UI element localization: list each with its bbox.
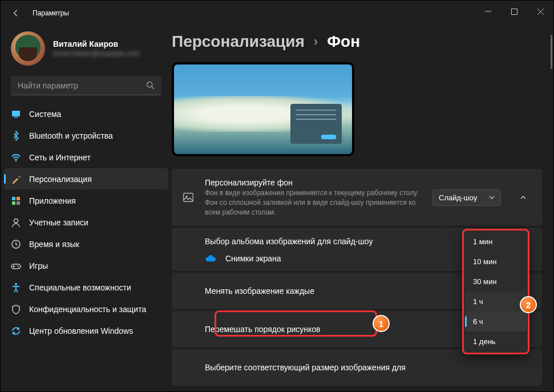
breadcrumb: Персонализация › Фон [172,33,542,51]
personalize-background-row[interactable]: Персонализируйте фон Фон в виде изображе… [172,169,542,226]
nav-label: Сеть и Интернет [29,153,91,162]
nav-label: Bluetooth и устройства [29,131,113,140]
picture-icon [182,191,195,204]
nav-label: Центр обновления Windows [29,326,133,336]
nav-label: Время и язык [29,240,79,249]
brush-icon [11,174,21,184]
nav-list: СистемаBluetooth и устройстваСеть и Инте… [1,103,172,341]
privacy-icon [11,304,21,314]
breadcrumb-current: Фон [327,33,360,51]
nav-label: Приложения [29,196,76,205]
badge-2: 2 [520,296,537,313]
svg-rect-3 [14,117,18,118]
accessibility-icon [11,282,21,293]
nav-item-wifi[interactable]: Сеть и Интернет [4,147,168,168]
time-icon [11,239,21,249]
svg-point-4 [15,160,17,161]
games-icon [11,261,21,271]
setting-title: Персонализируйте фон [205,178,422,187]
apps-icon [11,196,21,206]
nav-item-accessibility[interactable]: Специальные возможности [4,277,168,298]
svg-rect-8 [17,201,20,205]
chevron-down-icon [489,195,495,200]
svg-point-13 [18,266,19,268]
nav-item-apps[interactable]: Приложения [4,190,168,211]
svg-rect-6 [17,197,20,200]
desktop-preview [172,62,354,156]
avatar [11,31,45,66]
profile-block[interactable]: Виталий Каиров email.hidden@example.com [1,26,172,74]
interval-option[interactable]: 10 мин [465,252,527,272]
album-folder[interactable]: Снимки экрана [225,254,281,263]
breadcrumb-parent[interactable]: Персонализация [172,33,305,51]
svg-point-14 [15,283,17,285]
setting-desc: Фон в виде изображения применяется к тек… [205,188,422,217]
svg-point-16 [186,196,188,197]
nav-label: Система [29,110,61,119]
interval-option[interactable]: 1 день [465,332,527,351]
nav-item-system[interactable]: Система [4,103,168,124]
svg-point-12 [17,265,18,266]
interval-option[interactable]: 6 ч [465,312,527,332]
minimize-button[interactable] [475,1,501,22]
nav-label: Специальные возможности [29,283,131,292]
nav-label: Учетные записи [29,218,88,227]
svg-point-9 [14,219,18,223]
onedrive-icon [205,254,217,262]
nav-item-time[interactable]: Время и язык [4,233,168,254]
nav-label: Персонализация [29,175,92,184]
update-icon [11,326,21,336]
nav-item-account[interactable]: Учетные записи [4,212,168,233]
expand-button[interactable] [515,189,532,206]
badge-1: 1 [373,315,390,332]
interval-option[interactable]: 1 ч [465,292,527,312]
interval-dropdown-menu[interactable]: 1 мин10 мин30 мин1 ч6 ч1 день [462,229,529,354]
svg-rect-0 [511,9,517,14]
maximize-button[interactable] [501,1,527,22]
svg-rect-15 [184,193,193,202]
svg-rect-2 [12,111,20,116]
bluetooth-icon [11,131,21,141]
account-icon [11,217,21,228]
nav-item-privacy[interactable]: Конфиденциальность и защита [4,298,168,320]
profile-name: Виталий Каиров [53,39,140,49]
app-title: Параметры [33,9,69,17]
interval-option[interactable]: 1 мин [465,232,527,252]
system-icon [11,109,21,119]
search-input[interactable] [18,81,134,90]
svg-point-1 [147,82,152,87]
nav-item-update[interactable]: Центр обновления Windows [4,320,168,341]
svg-rect-5 [12,197,15,200]
interval-option[interactable]: 30 мин [465,272,527,292]
nav-item-bluetooth[interactable]: Bluetooth и устройства [4,125,168,146]
wifi-icon [11,152,21,163]
chevron-right-icon: › [314,34,318,49]
svg-rect-7 [12,201,15,205]
search-icon [146,81,155,90]
nav-item-brush[interactable]: Персонализация [4,168,168,189]
nav-label: Игры [29,261,48,270]
profile-email: email.hidden@example.com [53,50,140,58]
search-box[interactable] [11,76,161,95]
nav-label: Конфиденциальность и защита [29,305,146,314]
back-button[interactable] [6,3,26,23]
close-button[interactable] [527,1,553,22]
scrollbar[interactable] [551,35,552,69]
album-title: Выбор альбома изображений для слайд-шоу [182,237,373,246]
background-type-dropdown[interactable]: Слайд-шоу [432,189,501,206]
fit-row[interactable]: Выберите соответствующий размер изображе… [172,349,542,386]
nav-item-games[interactable]: Игры [4,255,168,276]
